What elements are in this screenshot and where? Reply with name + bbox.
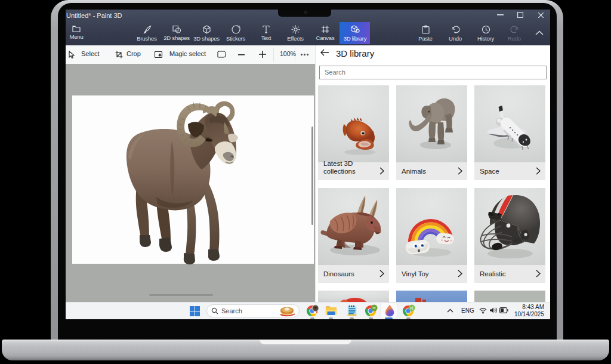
svg-text:pj: pj <box>411 306 413 310</box>
